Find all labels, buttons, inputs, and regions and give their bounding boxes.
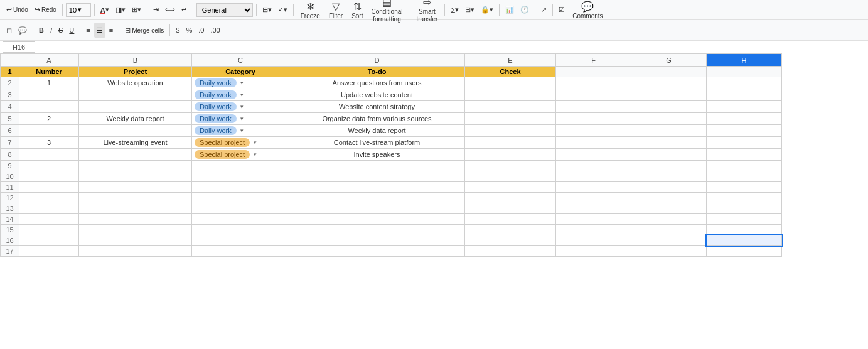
cell-d5[interactable]: Organize data from various sources	[289, 113, 465, 125]
cell-d7[interactable]: Contact live-stream platform	[289, 137, 465, 149]
cell-f7[interactable]	[556, 137, 631, 149]
cell-g5[interactable]	[631, 113, 707, 125]
cell-d6[interactable]: Weekly data report	[289, 125, 465, 137]
redo-button[interactable]: ↪ Redo	[32, 3, 59, 18]
cell-f6[interactable]	[556, 125, 631, 137]
cell-c8[interactable]: Special project ▾	[192, 149, 289, 161]
dropdown-arrow-3[interactable]: ▾	[240, 104, 244, 110]
cell-h9[interactable]	[707, 161, 782, 171]
cell-d2[interactable]: Answer questions from users	[289, 77, 465, 89]
borders-button[interactable]: ⊞ ▾	[129, 3, 144, 18]
header-project[interactable]: Project	[79, 67, 192, 77]
checkbox-button[interactable]: ☑	[556, 3, 567, 18]
cell-h2[interactable]	[707, 77, 782, 89]
comment-inline-button[interactable]: 💬	[16, 23, 29, 38]
cell-a9[interactable]	[19, 161, 79, 171]
col-B[interactable]: B	[79, 54, 192, 67]
col-A[interactable]: A	[19, 54, 79, 67]
view-options-button[interactable]: ⊞ ▾	[260, 3, 274, 18]
sort-button[interactable]: ⇅ Sort	[348, 0, 367, 24]
header-category[interactable]: Category	[192, 67, 289, 77]
cell-e6[interactable]	[465, 125, 556, 137]
row-num-12[interactable]: 12	[1, 193, 19, 203]
col-G[interactable]: G	[631, 54, 707, 67]
cell-g7[interactable]	[631, 137, 707, 149]
dropdown-arrow-7[interactable]: ▾	[254, 151, 257, 158]
cell-a2[interactable]: 1	[19, 77, 79, 89]
cell-g2[interactable]	[631, 77, 707, 89]
dollar-button[interactable]: $	[173, 23, 182, 38]
cell-b9[interactable]	[79, 161, 192, 171]
cell-c5[interactable]: Daily work ▾	[192, 113, 289, 125]
cell-b4[interactable]	[79, 101, 192, 113]
cell-d3[interactable]: Update website content	[289, 89, 465, 101]
header-check[interactable]: Check	[465, 67, 556, 77]
row-num-2[interactable]: 2	[1, 77, 19, 89]
header-empty-g[interactable]	[631, 67, 707, 77]
font-color-button[interactable]: A ▾	[98, 3, 112, 18]
row-num-14[interactable]: 14	[1, 214, 19, 225]
row-num-1[interactable]: 1	[1, 67, 19, 77]
cell-f2[interactable]	[556, 77, 631, 89]
share-button[interactable]: ↗	[538, 3, 549, 18]
cell-g4[interactable]	[631, 101, 707, 113]
cell-e3[interactable]	[465, 89, 556, 101]
row-num-16[interactable]: 16	[1, 235, 19, 246]
dropdown-arrow-2[interactable]: ▾	[240, 92, 244, 98]
cell-h4[interactable]	[707, 101, 782, 113]
cell-a8[interactable]	[19, 149, 79, 161]
clear-format-button[interactable]: ◻	[4, 23, 14, 38]
row-num-15[interactable]: 15	[1, 225, 19, 235]
cell-h5[interactable]	[707, 113, 782, 125]
row-num-6[interactable]: 6	[1, 125, 19, 137]
cell-e9[interactable]	[465, 161, 556, 171]
cell-f9[interactable]	[556, 161, 631, 171]
cell-d8[interactable]: Invite speakers	[289, 149, 465, 161]
cell-c7[interactable]: Special project ▾	[192, 137, 289, 149]
col-F[interactable]: F	[556, 54, 631, 67]
dropdown-arrow-6[interactable]: ▾	[254, 139, 257, 146]
strikethrough-button[interactable]: S	[56, 23, 65, 38]
cell-c4[interactable]: Daily work ▾	[192, 101, 289, 113]
header-number[interactable]: Number	[19, 67, 79, 77]
italic-button[interactable]: I	[48, 23, 55, 38]
cell-h7[interactable]	[707, 137, 782, 149]
cell-f8[interactable]	[556, 149, 631, 161]
cell-reference[interactable]: H16	[3, 41, 35, 53]
font-size-box[interactable]: 10 ▾	[66, 3, 91, 17]
smart-transfer-button[interactable]: ⇨ Smarttransfer	[412, 0, 441, 24]
chart-button[interactable]: 📊	[503, 3, 517, 18]
cell-g3[interactable]	[631, 89, 707, 101]
row-num-8[interactable]: 8	[1, 149, 19, 161]
cell-h8[interactable]	[707, 149, 782, 161]
dropdown-arrow-1[interactable]: ▾	[240, 80, 244, 86]
wrap-wrap-button[interactable]: ↵	[179, 3, 190, 18]
underline-button[interactable]: U	[67, 23, 77, 38]
wrap-overflow-button[interactable]: ⇥	[151, 3, 161, 18]
row-num-7[interactable]: 7	[1, 137, 19, 149]
clock-button[interactable]: 🕐	[518, 3, 532, 18]
cell-a3[interactable]	[19, 89, 79, 101]
cell-a5[interactable]: 2	[19, 113, 79, 125]
cell-b8[interactable]	[79, 149, 192, 161]
percent-button[interactable]: %	[183, 23, 195, 38]
cell-g9[interactable]	[631, 161, 707, 171]
align-left-button[interactable]: ≡	[83, 23, 92, 38]
cell-b5[interactable]: Weekly data report	[79, 113, 192, 125]
col-H[interactable]: H	[707, 54, 782, 67]
cell-e4[interactable]	[465, 101, 556, 113]
row-num-17[interactable]: 17	[1, 246, 19, 257]
sigma-button[interactable]: Σ ▾	[448, 3, 461, 18]
col-D[interactable]: D	[289, 54, 465, 67]
row-num-10[interactable]: 10	[1, 171, 19, 182]
undo-button[interactable]: ↩ Undo	[4, 3, 31, 18]
cell-b3[interactable]	[79, 89, 192, 101]
increase-decimal-button[interactable]: .00	[208, 23, 222, 38]
cell-a7[interactable]: 3	[19, 137, 79, 149]
freeze-button[interactable]: ❄ Freeze	[297, 0, 324, 24]
cell-e8[interactable]	[465, 149, 556, 161]
cell-e5[interactable]	[465, 113, 556, 125]
cell-f5[interactable]	[556, 113, 631, 125]
cell-e7[interactable]	[465, 137, 556, 149]
col-C[interactable]: C	[192, 54, 289, 67]
